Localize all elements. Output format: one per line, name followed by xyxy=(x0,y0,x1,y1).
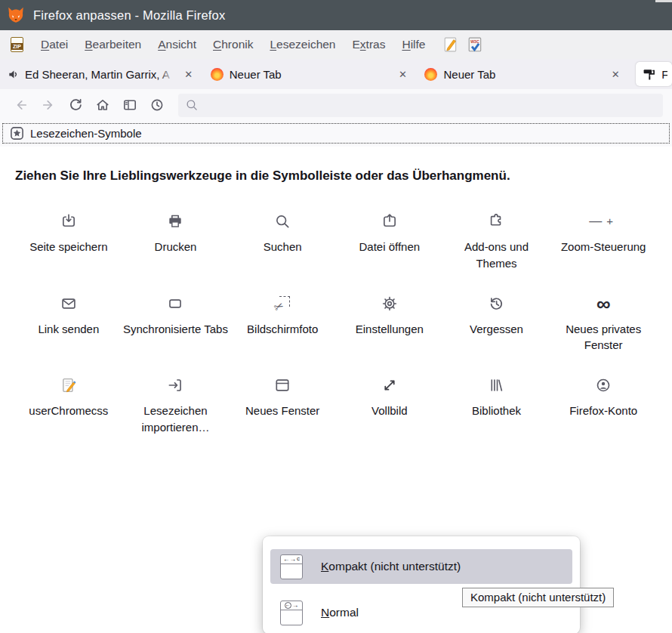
firefox-icon xyxy=(211,68,223,81)
menu-hilfe[interactable]: Hilfe xyxy=(393,38,433,51)
customize-tools-palette: Seite speichern Drucken Suchen Datei öff… xyxy=(15,212,657,436)
window-title: Firefox anpassen - Mozilla Firefox xyxy=(33,8,225,23)
tab-2[interactable]: Neuer Tab ✕ xyxy=(203,59,418,89)
open-file-icon xyxy=(381,212,398,230)
settings-gear-icon xyxy=(381,295,398,313)
bookmarks-drop-target[interactable]: Lesezeichen-Symbole xyxy=(2,123,670,144)
reload-button[interactable] xyxy=(62,94,89,116)
density-option-label: Normal xyxy=(321,606,359,619)
bookmark-star-icon xyxy=(10,126,24,140)
menu-ansicht[interactable]: Ansicht xyxy=(150,38,205,51)
tab-close-icon[interactable]: ✕ xyxy=(182,67,196,81)
tool-private-mask[interactable]: ∞ Neues privates Fenster xyxy=(550,295,657,354)
tool-email-link[interactable]: Link senden xyxy=(15,295,122,354)
new-window-icon xyxy=(274,376,291,394)
audio-icon xyxy=(8,69,19,80)
addons-puzzle-icon xyxy=(488,212,504,230)
tool-search[interactable]: Suchen xyxy=(229,212,336,272)
firefox-icon xyxy=(424,68,437,81)
account-icon xyxy=(595,376,612,394)
tool-addons-puzzle[interactable]: Add-ons und Themes xyxy=(443,212,550,272)
page-title: Ziehen Sie Ihre Lieblingswerkzeuge in di… xyxy=(15,168,657,184)
density-option-kompakt[interactable]: ←→c Kompakt (nicht unterstützt) xyxy=(270,549,572,584)
library-icon xyxy=(488,376,504,394)
search-icon xyxy=(274,212,291,230)
svg-text:W3C: W3C xyxy=(471,39,480,43)
tooltip: Kompakt (nicht unterstützt) xyxy=(462,588,614,607)
tool-userchrome-extension[interactable]: userChromecss xyxy=(15,376,122,436)
menu-bar: ZIP DateiBearbeitenAnsichtChronikLesezei… xyxy=(0,30,672,59)
customize-icon xyxy=(643,68,655,81)
screen-edge-notch xyxy=(655,0,672,2)
zoom-controls-icon: —+ xyxy=(589,212,618,230)
bookmarks-item-label: Lesezeichen-Symbole xyxy=(30,127,142,140)
tool-screenshot[interactable]: ✂ Bildschirmfoto xyxy=(229,295,336,354)
forward-button[interactable] xyxy=(35,94,62,116)
import-bookmarks-icon xyxy=(167,376,183,394)
synced-tabs-icon xyxy=(167,295,183,313)
private-mask-icon: ∞ xyxy=(596,295,611,313)
forget-clock-icon xyxy=(488,295,504,313)
tab-4[interactable]: F xyxy=(636,62,672,86)
back-button[interactable] xyxy=(8,94,35,116)
sidebar-button[interactable] xyxy=(116,94,143,116)
screenshot-icon: ✂ xyxy=(274,295,291,313)
tool-open-file[interactable]: Datei öffnen xyxy=(336,212,443,272)
tab-1[interactable]: Ed Sheeran, Martin Garrix, A ✕ xyxy=(0,59,203,89)
url-search-field[interactable] xyxy=(178,94,663,117)
edit-note-icon[interactable] xyxy=(444,37,458,52)
navigation-toolbar xyxy=(0,89,672,121)
w3c-validator-icon[interactable]: W3C xyxy=(468,37,482,53)
tool-print[interactable]: Drucken xyxy=(122,212,230,272)
tool-save-page[interactable]: Seite speichern xyxy=(15,212,122,272)
home-button[interactable] xyxy=(89,94,116,116)
tab-title: Ed Sheeran, Martin Garrix, A xyxy=(25,68,177,81)
density-normal-icon: ←→ xyxy=(280,601,303,625)
menu-extras[interactable]: Extras xyxy=(344,38,394,51)
bookmarks-toolbar: Lesezeichen-Symbole xyxy=(0,121,672,147)
fullscreen-icon xyxy=(381,376,398,394)
density-option-label: Kompakt (nicht unterstützt) xyxy=(321,560,461,573)
userchrome-extension-icon xyxy=(60,376,77,394)
tool-import-bookmarks[interactable]: Lesezeichen importieren… xyxy=(122,376,230,436)
menu-chronik[interactable]: Chronik xyxy=(205,38,261,51)
tool-synced-tabs[interactable]: Synchronisierte Tabs xyxy=(122,295,230,354)
menu-bearbeiten[interactable]: Bearbeiten xyxy=(76,38,150,51)
tab-title: Neuer Tab xyxy=(230,68,392,81)
density-menu-popup: ←→c Kompakt (nicht unterstützt) ←→ Norma… xyxy=(263,536,580,633)
menu-datei[interactable]: Datei xyxy=(32,38,76,51)
tool-settings-gear[interactable]: Einstellungen xyxy=(336,295,443,354)
tool-forget-clock[interactable]: Vergessen xyxy=(443,295,550,354)
tab-close-icon[interactable]: ✕ xyxy=(609,67,622,81)
search-icon xyxy=(185,98,199,112)
tool-library[interactable]: Bibliothek xyxy=(443,376,550,436)
save-page-icon xyxy=(60,212,77,230)
email-link-icon xyxy=(60,295,77,313)
tool-new-window[interactable]: Neues Fenster xyxy=(229,376,336,436)
zip-attachment-icon[interactable]: ZIP xyxy=(11,37,23,52)
tab-title: F xyxy=(661,68,667,81)
tab-title: Neuer Tab xyxy=(443,68,604,81)
tab-3[interactable]: Neuer Tab ✕ xyxy=(417,59,630,89)
tab-bar: Ed Sheeran, Martin Garrix, A ✕ Neuer Tab… xyxy=(0,59,672,89)
tool-account[interactable]: Firefox-Konto xyxy=(550,376,657,436)
print-icon xyxy=(167,212,183,230)
density-compact-icon: ←→c xyxy=(280,554,303,579)
menu-lesezeichen[interactable]: Lesezeichen xyxy=(261,38,344,51)
history-clock-button[interactable] xyxy=(143,94,171,116)
tool-fullscreen[interactable]: Vollbild xyxy=(336,376,443,436)
firefox-logo-icon xyxy=(6,5,26,25)
tool-zoom-controls[interactable]: —+ Zoom-Steuerung xyxy=(550,212,657,272)
tab-close-icon[interactable]: ✕ xyxy=(396,67,409,81)
window-titlebar: Firefox anpassen - Mozilla Firefox xyxy=(0,0,672,30)
